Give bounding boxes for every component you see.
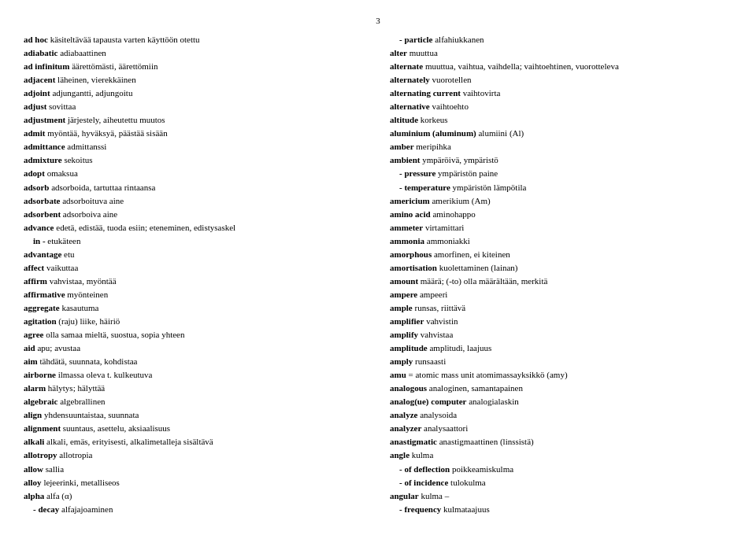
term: altitude xyxy=(390,115,418,124)
entry-line: ammonia ammoniakki xyxy=(390,234,732,248)
term: amber xyxy=(390,142,414,151)
entry-line: alkali alkali, emäs, erityisesti, alkali… xyxy=(24,435,366,449)
definition: suuntaus, asettelu, aksiaalisuus xyxy=(61,423,170,433)
entry-line: admittance admittanssi xyxy=(24,140,366,153)
entry-line: amber meripihka xyxy=(390,140,732,153)
definition: adsorboituva aine xyxy=(60,196,124,205)
definition: hälytys; hälyttää xyxy=(46,383,105,393)
entry-line: amorphous amorfinen, ei kiteinen xyxy=(390,248,732,261)
entry-line: analog(ue) computer analogialaskin xyxy=(390,395,732,408)
definition: sekoitus xyxy=(62,155,93,164)
entry-line: airborne ilmassa oleva t. kulkeutuva xyxy=(24,368,366,382)
term: admixture xyxy=(24,155,62,164)
entry-line: amplify vahvistaa xyxy=(390,328,732,341)
entry-line: - temperature ympäristön lämpötila xyxy=(390,181,732,194)
definition: admittanssi xyxy=(65,142,107,151)
definition: olla samaa mieltä, suostua, sopia yhteen xyxy=(43,330,184,339)
entry-line: analogous analoginen, samantapainen xyxy=(390,382,732,395)
term: alternating current xyxy=(390,88,461,98)
term: alternate xyxy=(390,61,423,71)
definition: adjungantti, adjungoitu xyxy=(50,88,133,98)
entry-line: adiabatic adiabaattinen xyxy=(24,46,366,60)
term: - of deflection xyxy=(399,464,450,474)
entry-line: alignment suuntaus, asettelu, aksiaalisu… xyxy=(24,422,366,435)
definition: ilmassa oleva t. kulkeutuva xyxy=(56,370,153,379)
definition: vaihtoehto xyxy=(430,102,469,111)
term: algebraic xyxy=(24,397,57,406)
definition: sovittaa xyxy=(46,102,76,111)
definition: ammoniakki xyxy=(424,236,470,246)
definition: kulma xyxy=(410,450,433,460)
entry-line: amu = atomic mass unit atomimassayksikkö… xyxy=(390,368,732,382)
entry-line: affirmative myönteinen xyxy=(24,288,366,301)
term: allotropy xyxy=(24,450,57,460)
entry-line: ambient ympäröivä, ympäristö xyxy=(390,153,732,167)
entry-line: alternate muuttua, vaihtua, vaihdella; v… xyxy=(390,60,732,73)
definition: alfahiukkanen xyxy=(432,35,484,44)
definition: muuttua xyxy=(407,48,438,57)
definition: sallia xyxy=(43,464,64,474)
definition: runsaasti xyxy=(413,356,446,366)
entry-line: adjustment järjestely, aiheutettu muutos xyxy=(24,113,366,127)
entry-line: - pressure ympäristön paine xyxy=(390,167,732,180)
entry-line: aluminium (aluminum) alumiini (Al) xyxy=(390,127,732,140)
term: - pressure xyxy=(399,168,435,178)
definition: vahvistin xyxy=(424,316,458,326)
term: amu xyxy=(390,370,406,379)
term: alarm xyxy=(24,383,46,393)
definition: muuttua, vaihtua, vaihdella; vaihtoehtin… xyxy=(423,61,619,71)
definition: myönteinen xyxy=(65,290,109,299)
entry-line: - of incidence tulokulma xyxy=(390,476,732,489)
definition: anastigmaattinen (linssistä) xyxy=(437,437,534,446)
term: analyze xyxy=(390,410,417,419)
definition: adiabaattinen xyxy=(57,48,106,57)
term: align xyxy=(24,410,42,419)
term: alter xyxy=(390,48,407,57)
term: ample xyxy=(390,303,413,312)
definition: vahvistaa xyxy=(418,330,453,339)
term: adiabatic xyxy=(24,48,57,57)
term: alpha xyxy=(24,491,44,500)
definition: etu xyxy=(61,249,74,259)
term: angle xyxy=(390,450,410,460)
entry-line: alternating current vaihtovirta xyxy=(390,87,732,100)
definition: amerikium (Am) xyxy=(430,196,491,205)
entry-line: admixture sekoitus xyxy=(24,153,366,167)
term: - decay xyxy=(33,504,59,514)
entry-line: allow sallia xyxy=(24,463,366,476)
term: advantage xyxy=(24,249,61,259)
entry-line: adopt omaksua xyxy=(24,167,366,180)
entry-line: agitation (raju) liike, häiriö xyxy=(24,315,366,328)
definition: käsiteltävää tapausta varten käyttöön ot… xyxy=(48,35,200,44)
definition: ympäristön lämpötila xyxy=(450,183,527,192)
definition: ympäristön paine xyxy=(435,168,498,178)
entry-line: adsorb adsorboida, tartuttaa rintaansa xyxy=(24,181,366,194)
definition: adsorboida, tartuttaa rintaansa xyxy=(49,183,155,192)
term: alkali xyxy=(24,437,44,446)
entry-line: ampere ampeeri xyxy=(390,288,732,301)
definition: aminohappo xyxy=(431,209,476,219)
definition: lejeerinki, metalliseos xyxy=(42,478,120,487)
definition: apu; avustaa xyxy=(35,343,80,353)
term: amplify xyxy=(390,330,418,339)
term: affirm xyxy=(24,276,47,286)
entry-line: - decay alfajajoaminen xyxy=(24,503,366,516)
entry-line: amply runsaasti xyxy=(390,355,732,368)
term: adsorbent xyxy=(24,209,61,219)
entry-line: americium amerikium (Am) xyxy=(390,194,732,208)
entry-line: aim tähdätä, suunnata, kohdistaa xyxy=(24,355,366,368)
term: affect xyxy=(24,263,44,272)
term: adsorbate xyxy=(24,196,60,205)
term: aid xyxy=(24,343,35,353)
entry-line: alternative vaihtoehto xyxy=(390,100,732,113)
definition: allotropia xyxy=(57,450,93,460)
entry-line: ad hoc käsiteltävää tapausta varten käyt… xyxy=(24,33,366,46)
term: ammeter xyxy=(390,223,423,232)
definition: korkeus xyxy=(418,115,448,124)
definition: tulokulma xyxy=(448,478,485,487)
term: ambient xyxy=(390,155,421,164)
entry-line: alarm hälytys; hälyttää xyxy=(24,382,366,395)
entry-line: amino acid aminohappo xyxy=(390,208,732,221)
entry-line: admit myöntää, hyväksyä, päästää sisään xyxy=(24,127,366,140)
definition: ympäröivä, ympäristö xyxy=(421,155,498,164)
